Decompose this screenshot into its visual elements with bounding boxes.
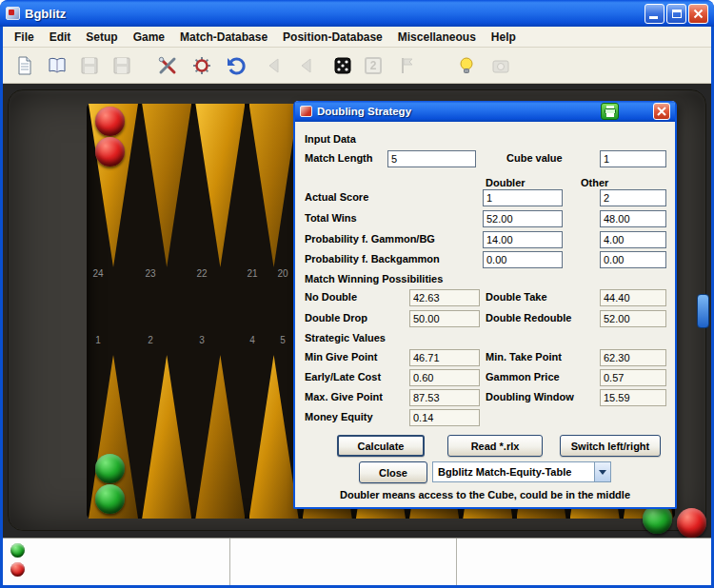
close-icon	[657, 107, 666, 116]
undo-arrow-icon	[226, 55, 247, 76]
menu-match-database[interactable]: Match-Database	[172, 29, 275, 46]
close-button[interactable]	[688, 4, 708, 24]
prob-gammon-bg-doubler-input[interactable]	[483, 231, 563, 248]
undo-button[interactable]	[222, 51, 250, 80]
previous-move-button[interactable]	[260, 51, 288, 80]
tools-button[interactable]	[153, 51, 182, 80]
point-number: 21	[243, 268, 262, 279]
new-button[interactable]	[10, 51, 39, 80]
board-point[interactable]	[195, 355, 245, 519]
menu-position-database[interactable]: Position-Database	[275, 29, 390, 46]
money-equity-label: Money Equity	[305, 411, 373, 422]
toolbar: 2	[3, 48, 711, 84]
board-point[interactable]	[249, 355, 299, 519]
mwp-header: Match Winning Possibilities	[305, 273, 443, 284]
roll-dice-button[interactable]	[328, 51, 357, 80]
board-point[interactable]	[195, 104, 245, 267]
other-column-header: Other	[581, 177, 608, 188]
print-button[interactable]	[601, 103, 619, 120]
actual-score-label: Actual Score	[305, 191, 368, 203]
dialog-footer-note: Doubler means access to the Cube, could …	[295, 489, 675, 500]
red-checker[interactable]	[95, 107, 125, 136]
green-player-indicator	[10, 543, 25, 558]
board-side-button[interactable]	[697, 294, 709, 328]
prob-gammon-bg-other-input[interactable]	[600, 231, 666, 248]
total-wins-doubler-input[interactable]	[483, 210, 563, 227]
prob-backgammon-label: Probability f. Backgammon	[305, 253, 440, 265]
red-checker[interactable]	[677, 508, 706, 538]
doubling-window-label: Doubling Window	[486, 391, 574, 402]
actual-score-other-input[interactable]	[600, 189, 666, 206]
minimize-icon	[649, 16, 658, 19]
red-player-indicator	[10, 562, 25, 577]
menu-setup[interactable]: Setup	[78, 29, 125, 46]
board-point[interactable]	[249, 104, 299, 267]
prob-backgammon-doubler-input[interactable]	[483, 251, 563, 268]
window-controls	[645, 4, 708, 24]
back-button[interactable]	[292, 51, 321, 80]
chevron-down-icon	[599, 470, 606, 475]
menu-game[interactable]: Game	[126, 29, 172, 46]
app-icon	[6, 7, 20, 20]
status-divider	[456, 539, 457, 585]
actual-score-doubler-input[interactable]	[483, 189, 563, 206]
prob-backgammon-other-input[interactable]	[600, 251, 666, 268]
maximize-button[interactable]	[666, 4, 686, 24]
min-take-point-label: Min. Take Point	[486, 351, 562, 363]
dialog-close-button[interactable]	[653, 103, 670, 120]
max-give-point-label: Max. Give Point	[305, 391, 383, 402]
dialog-title: Doubling Strategy	[317, 106, 411, 117]
total-wins-label: Total Wins	[305, 212, 357, 224]
early-late-cost-value	[409, 369, 480, 386]
menu-miscellaneous[interactable]: Miscellaneous	[390, 29, 484, 46]
window-titlebar[interactable]: Bgblitz	[0, 0, 714, 27]
maximize-icon	[672, 10, 682, 18]
save-as-button[interactable]	[108, 51, 136, 80]
dialog-titlebar-tools	[601, 103, 670, 120]
window-title: Bgblitz	[25, 7, 66, 21]
equity-table-value: Bgblitz Match-Equity-Table	[433, 466, 594, 478]
green-checker[interactable]	[95, 454, 125, 483]
point-number: 22	[192, 268, 211, 279]
cube-value-input[interactable]	[600, 150, 666, 167]
point-number: 4	[243, 335, 262, 345]
doubling-strategy-dialog: Doubling Strategy Input Data Match Lengt…	[293, 101, 677, 509]
save-icon	[79, 55, 100, 76]
resign-button[interactable]	[393, 51, 422, 80]
board-point[interactable]	[142, 104, 191, 267]
analyze-button[interactable]	[188, 51, 216, 80]
open-button[interactable]	[43, 51, 71, 80]
money-equity-value	[409, 409, 480, 426]
menu-edit[interactable]: Edit	[42, 29, 79, 46]
equity-table-select[interactable]: Bgblitz Match-Equity-Table	[432, 461, 611, 482]
double-drop-value	[409, 310, 480, 327]
minimize-button[interactable]	[645, 4, 664, 24]
menu-file[interactable]: File	[7, 29, 42, 46]
match-length-input[interactable]	[387, 150, 476, 167]
save-button[interactable]	[75, 51, 104, 80]
board-point[interactable]	[142, 355, 191, 519]
back-arrow-icon	[264, 55, 285, 76]
close-dialog-button[interactable]: Close	[359, 461, 427, 483]
lightbulb-icon	[456, 55, 477, 76]
bgblitz-window: Bgblitz File Edit Setup Game Match-Datab…	[0, 0, 714, 588]
dialog-titlebar[interactable]: Doubling Strategy	[295, 101, 675, 122]
green-checker[interactable]	[95, 484, 125, 514]
new-document-icon	[14, 55, 35, 76]
point-number: 1	[89, 335, 108, 345]
hint-button[interactable]	[452, 51, 481, 80]
switch-left-right-button[interactable]: Switch left/right	[560, 435, 661, 457]
doubling-cube-button[interactable]: 2	[359, 51, 387, 80]
dialog-body: Input Data Match Length Cube value Doubl…	[295, 122, 675, 505]
early-late-cost-label: Early/Late Cost	[305, 371, 381, 382]
calculate-button[interactable]: Calculate	[337, 435, 425, 457]
red-checker[interactable]	[95, 137, 125, 167]
open-book-icon	[47, 55, 68, 76]
save-as-icon	[111, 55, 132, 76]
combo-dropdown-button[interactable]	[594, 462, 610, 481]
read-rlx-button[interactable]: Read *.rlx	[447, 435, 543, 457]
menu-help[interactable]: Help	[484, 29, 524, 46]
point-number: 2	[141, 335, 160, 345]
total-wins-other-input[interactable]	[600, 210, 666, 227]
snapshot-button[interactable]	[486, 51, 515, 80]
